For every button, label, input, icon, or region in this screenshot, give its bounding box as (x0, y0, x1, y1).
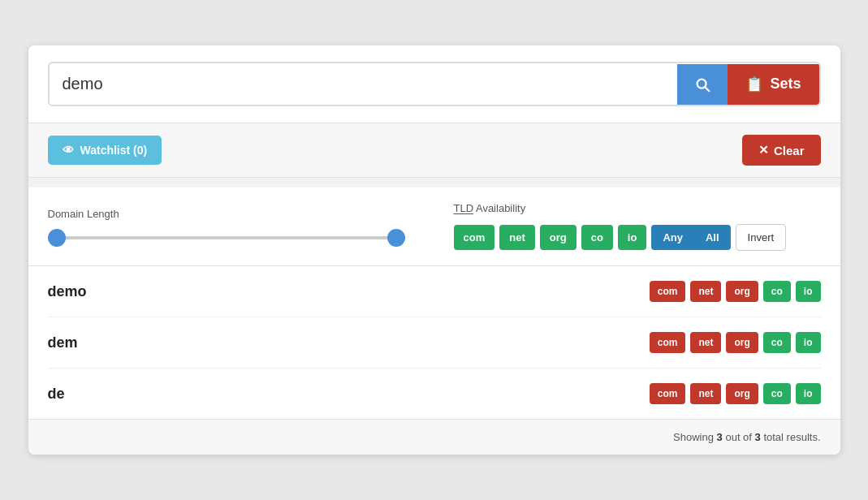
tld-tag-net[interactable]: net (690, 332, 721, 353)
search-button[interactable] (677, 64, 728, 105)
results-section: demo com net org co io dem com net org c… (28, 266, 840, 419)
tld-tags-demo: com net org co io (650, 281, 821, 302)
domain-name-demo: demo (48, 283, 87, 300)
showing-count: 3 (717, 431, 723, 443)
slider-track (48, 236, 405, 239)
tld-tag-org[interactable]: org (726, 332, 758, 353)
tld-underline: TLD (454, 202, 474, 214)
tld-tag-io[interactable]: io (796, 383, 821, 404)
footer-text: Showing 3 out of 3 total results. (673, 431, 820, 443)
main-container: demo 📋 Sets 👁 Watchlist (0) ✕ Clear Doma… (28, 45, 840, 455)
domain-length-label: Domain Length (48, 208, 405, 220)
tld-tag-co[interactable]: co (763, 383, 791, 404)
slider-handle-right[interactable] (387, 229, 405, 247)
any-all-toggle: Any All (651, 225, 730, 250)
tld-tag-org[interactable]: org (726, 383, 758, 404)
footer-section: Showing 3 out of 3 total results. (28, 419, 840, 455)
sets-button[interactable]: 📋 Sets (728, 64, 818, 105)
tld-tag-co[interactable]: co (763, 281, 791, 302)
table-row: dem com net org co io (48, 317, 821, 369)
total-count: 3 (755, 431, 761, 443)
tld-availability-group: TLD Availability com net org co io Any A… (454, 202, 787, 251)
tld-io-button[interactable]: io (618, 225, 647, 250)
tld-tag-com[interactable]: com (650, 383, 686, 404)
clear-label: Clear (774, 144, 805, 157)
sets-label: Sets (770, 75, 801, 93)
search-section: demo 📋 Sets (28, 45, 840, 123)
tld-tag-io[interactable]: io (796, 281, 821, 302)
tld-tags-dem: com net org co io (650, 332, 821, 353)
any-button[interactable]: Any (651, 225, 694, 250)
watchlist-button[interactable]: 👁 Watchlist (0) (48, 136, 162, 165)
action-section: 👁 Watchlist (0) ✕ Clear (28, 123, 840, 178)
tld-tag-net[interactable]: net (690, 383, 721, 404)
watchlist-label: Watchlist (0) (80, 144, 148, 157)
sets-icon: 📋 (745, 75, 763, 93)
clear-button[interactable]: ✕ Clear (742, 135, 821, 166)
x-icon: ✕ (758, 143, 769, 157)
tld-availability-label: TLD Availability (454, 202, 787, 214)
table-row: de com net org co io (48, 369, 821, 419)
all-button[interactable]: All (694, 225, 731, 250)
tld-tag-io[interactable]: io (796, 332, 821, 353)
tld-com-button[interactable]: com (454, 225, 495, 250)
domain-length-slider[interactable] (48, 230, 405, 246)
search-row: demo 📋 Sets (48, 62, 821, 106)
domain-name-dem: dem (48, 334, 78, 351)
tld-tag-com[interactable]: com (650, 281, 686, 302)
tld-org-button[interactable]: org (540, 225, 577, 250)
eye-icon: 👁 (63, 144, 74, 157)
invert-button[interactable]: Invert (736, 224, 787, 251)
tld-tag-net[interactable]: net (690, 281, 721, 302)
tld-net-button[interactable]: net (499, 225, 535, 250)
slider-handle-left[interactable] (48, 229, 66, 247)
domain-name-de: de (48, 386, 65, 403)
tld-tag-co[interactable]: co (763, 332, 791, 353)
tld-co-button[interactable]: co (581, 225, 613, 250)
table-row: demo com net org co io (48, 266, 821, 317)
tld-controls: com net org co io Any All Invert (454, 224, 787, 251)
tld-tag-org[interactable]: org (726, 281, 758, 302)
tld-tag-com[interactable]: com (650, 332, 686, 353)
domain-length-group: Domain Length (48, 208, 405, 246)
tld-tags-de: com net org co io (650, 383, 821, 404)
search-input[interactable]: demo (50, 63, 678, 105)
filter-section: Domain Length TLD Availability com net o… (28, 188, 840, 266)
search-icon (693, 75, 711, 93)
